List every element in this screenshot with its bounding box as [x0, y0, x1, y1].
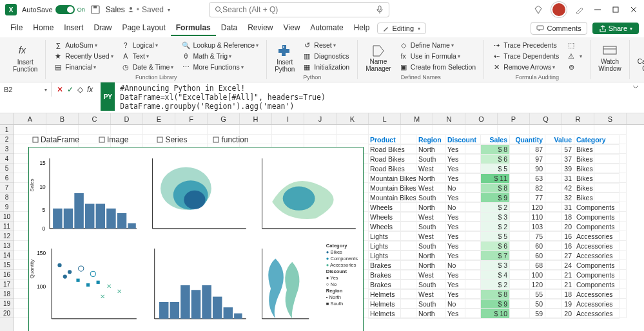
table-cell[interactable]: Yes: [445, 213, 481, 222]
formula-input[interactable]: #Announcing Python in Excel! DataFrame=x…: [115, 82, 627, 112]
row-header-9[interactable]: 9: [0, 202, 14, 212]
share-button[interactable]: Share ▾: [592, 23, 639, 34]
col-header-J[interactable]: J: [304, 113, 337, 124]
table-cell[interactable]: Road Bikes: [368, 145, 416, 155]
table-cell[interactable]: West: [416, 232, 445, 241]
table-cell[interactable]: 97: [510, 155, 545, 164]
table-cell[interactable]: No: [445, 203, 481, 213]
name-manager-button[interactable]: Name Manager: [363, 40, 393, 76]
table-cell[interactable]: 16: [545, 241, 574, 251]
table-cell[interactable]: Bikes: [574, 184, 620, 193]
initialization-button[interactable]: ▦Initialization: [300, 62, 352, 72]
recently-used-button[interactable]: ★Recently Used▾: [51, 51, 115, 61]
table-cell[interactable]: 63: [510, 174, 545, 184]
table-cell[interactable]: Bikes: [574, 155, 620, 164]
menu-help[interactable]: Help: [349, 21, 375, 36]
table-cell[interactable]: 31: [545, 174, 574, 184]
enter-icon[interactable]: ✓: [67, 85, 73, 94]
table-cell[interactable]: $ 8: [481, 145, 510, 155]
table-cell[interactable]: 24: [545, 261, 574, 270]
filename[interactable]: Sales • Saved ▾: [106, 5, 170, 14]
table-cell[interactable]: 16: [545, 232, 574, 241]
date-time-button[interactable]: ◷Date & Time▾: [119, 62, 177, 72]
row-header-15[interactable]: 15: [0, 260, 14, 270]
define-name-button[interactable]: ◇Define Name▾: [396, 40, 479, 50]
search-input[interactable]: [222, 5, 376, 14]
table-cell[interactable]: $ 5: [481, 164, 510, 174]
table-cell[interactable]: 60: [510, 241, 545, 251]
table-cell[interactable]: Accessories: [574, 232, 620, 241]
table-cell[interactable]: Yes: [445, 155, 481, 164]
cancel-icon[interactable]: ✕: [57, 85, 63, 94]
financial-button[interactable]: ▤Financial▾: [51, 62, 115, 72]
table-cell[interactable]: 18: [545, 213, 574, 222]
error-checking-button[interactable]: ⚠▾: [564, 51, 585, 61]
menu-draw[interactable]: Draw: [88, 21, 117, 36]
insert-function-button[interactable]: fx Insert Function: [10, 40, 40, 76]
table-cell[interactable]: Components: [574, 222, 620, 232]
logical-button[interactable]: ?Logical▾: [119, 40, 177, 50]
show-formulas-button[interactable]: ⬚: [564, 40, 585, 50]
watch-window-button[interactable]: Watch Window: [596, 40, 624, 76]
col-header-D[interactable]: D: [111, 113, 143, 124]
table-cell[interactable]: North: [416, 145, 445, 155]
menu-home[interactable]: Home: [28, 21, 59, 36]
col-header-N[interactable]: N: [433, 113, 465, 124]
table-cell[interactable]: $ 11: [481, 174, 510, 184]
table-cell[interactable]: Mountain Bikes: [368, 193, 416, 203]
table-cell[interactable]: No: [445, 261, 481, 270]
table-cell[interactable]: South: [416, 155, 445, 164]
col-header-M[interactable]: M: [401, 113, 433, 124]
table-cell[interactable]: 77: [510, 193, 545, 203]
menu-view[interactable]: View: [278, 21, 306, 36]
col-header-K[interactable]: K: [337, 113, 369, 124]
col-header-O[interactable]: O: [465, 113, 498, 124]
table-cell[interactable]: 37: [545, 155, 574, 164]
table-cell[interactable]: South: [416, 241, 445, 251]
row-header-11[interactable]: 11: [0, 222, 14, 231]
table-cell[interactable]: 57: [545, 145, 574, 155]
table-cell[interactable]: 75: [510, 232, 545, 241]
table-cell[interactable]: North: [416, 174, 445, 184]
table-cell[interactable]: 68: [510, 261, 545, 270]
menu-page-layout[interactable]: Page Layout: [117, 21, 170, 36]
col-header-F[interactable]: F: [175, 113, 208, 124]
table-cell[interactable]: Brakes: [368, 280, 416, 290]
table-cell[interactable]: South: [416, 222, 445, 232]
table-cell[interactable]: $ 3: [481, 213, 510, 222]
table-cell[interactable]: Yes: [445, 280, 481, 290]
diamond-icon[interactable]: ◇: [77, 85, 83, 94]
table-cell[interactable]: Accessories: [574, 241, 620, 251]
microphone-icon[interactable]: [376, 5, 384, 14]
table-cell[interactable]: Helmets: [368, 309, 416, 319]
table-cell[interactable]: South: [416, 280, 445, 290]
table-cell[interactable]: Bikes: [574, 145, 620, 155]
toggle-switch[interactable]: [55, 5, 75, 14]
table-cell[interactable]: 42: [545, 184, 574, 193]
table-cell[interactable]: No: [445, 299, 481, 309]
use-in-formula-button[interactable]: fxUse in Formula▾: [396, 51, 479, 61]
comments-button[interactable]: Comments: [531, 22, 587, 35]
menu-file[interactable]: File: [5, 21, 28, 36]
table-cell[interactable]: 82: [510, 184, 545, 193]
table-cell[interactable]: North: [416, 309, 445, 319]
col-header-A[interactable]: A: [14, 113, 46, 124]
row-header-3[interactable]: 3: [0, 144, 14, 154]
table-cell[interactable]: $ 3: [481, 261, 510, 270]
table-cell[interactable]: Components: [574, 261, 620, 270]
row-header-19[interactable]: 19: [0, 299, 14, 308]
table-cell[interactable]: 100: [510, 270, 545, 280]
table-cell[interactable]: $ 5: [481, 232, 510, 241]
table-cell[interactable]: Bikes: [574, 193, 620, 203]
table-cell[interactable]: Yes: [445, 232, 481, 241]
trace-dependents-button[interactable]: ⇠Trace Dependents: [489, 51, 561, 61]
table-cell[interactable]: Yes: [445, 290, 481, 299]
row-header-10[interactable]: 10: [0, 212, 14, 222]
table-cell[interactable]: $ 2: [481, 222, 510, 232]
table-cell[interactable]: Accessories: [574, 299, 620, 309]
col-header-I[interactable]: I: [272, 113, 304, 124]
autosum-button[interactable]: ∑AutoSum▾: [51, 40, 115, 50]
search-box[interactable]: [209, 2, 389, 17]
table-cell[interactable]: $ 8: [481, 184, 510, 193]
table-cell[interactable]: Accessories: [574, 309, 620, 319]
